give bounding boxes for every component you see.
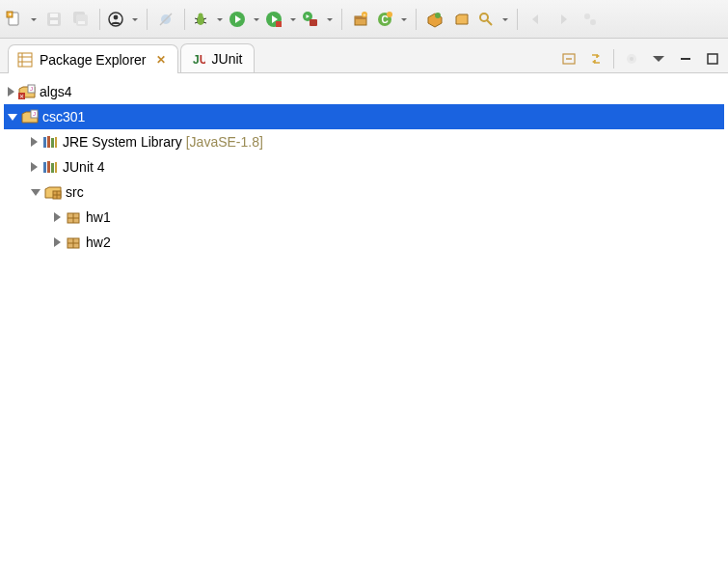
svg-point-34 — [435, 13, 441, 18]
svg-rect-23 — [276, 21, 282, 27]
expand-arrow-icon[interactable] — [54, 237, 61, 247]
package-explorer-tree: J✕ algs4 J csc301 JRE System Library [Ja… — [0, 73, 728, 261]
svg-point-35 — [480, 14, 488, 21]
open-task-button[interactable] — [450, 8, 473, 31]
junit-icon: JU — [189, 51, 206, 67]
user-button[interactable] — [107, 8, 140, 31]
tree-item-label: algs4 — [40, 84, 71, 99]
view-tabbar: Package Explorer ✕ JU JUnit — [0, 39, 728, 73]
svg-rect-68 — [55, 162, 57, 173]
collapse-all-button[interactable] — [559, 49, 579, 69]
svg-line-36 — [487, 20, 492, 25]
tree-item-hw1[interactable]: hw1 — [4, 205, 724, 230]
open-type-button[interactable] — [423, 8, 446, 31]
view-menu-button[interactable] — [649, 49, 668, 69]
svg-line-18 — [203, 22, 206, 23]
package-icon — [65, 209, 82, 225]
main-toolbar: ✦ + C — [0, 0, 728, 39]
focus-button[interactable] — [622, 49, 641, 69]
new-wizard-button[interactable]: ✦ — [6, 8, 39, 31]
link-editor-button[interactable] — [586, 49, 606, 69]
debug-button[interactable] — [192, 8, 225, 31]
package-icon — [65, 234, 82, 250]
toolbar-separator — [147, 9, 148, 30]
tree-item-label: hw1 — [86, 209, 111, 225]
svg-rect-5 — [50, 14, 58, 17]
toolbar-separator — [416, 9, 417, 30]
new-package-button[interactable]: + — [349, 8, 372, 31]
svg-rect-8 — [78, 21, 85, 24]
library-icon — [41, 159, 59, 175]
expand-arrow-icon[interactable] — [31, 162, 38, 172]
expand-arrow-icon[interactable] — [31, 137, 38, 147]
svg-rect-64 — [55, 137, 57, 148]
view-controls — [559, 49, 722, 72]
pin-button[interactable] — [579, 8, 602, 31]
java-project-icon: J — [21, 109, 39, 124]
search-button[interactable] — [477, 8, 510, 31]
svg-rect-67 — [51, 163, 54, 173]
maximize-button[interactable] — [703, 49, 722, 69]
java-project-error-icon: J✕ — [18, 84, 36, 99]
library-icon — [41, 134, 59, 150]
tab-junit[interactable]: JU JUnit — [180, 43, 256, 72]
skip-breakpoints-button[interactable] — [154, 8, 177, 31]
svg-point-10 — [114, 14, 119, 19]
svg-marker-52 — [653, 56, 664, 62]
svg-rect-65 — [43, 162, 46, 173]
toolbar-separator — [517, 9, 518, 30]
svg-line-17 — [195, 22, 198, 23]
nav-back-button[interactable] — [525, 8, 548, 31]
package-explorer-icon — [16, 52, 34, 68]
collapse-arrow-icon[interactable] — [8, 114, 17, 121]
tree-item-algs4[interactable]: J✕ algs4 — [4, 79, 724, 104]
svg-marker-37 — [532, 14, 538, 24]
expand-arrow-icon[interactable] — [8, 87, 14, 96]
expand-arrow-icon[interactable] — [54, 212, 61, 222]
tree-item-label: hw2 — [86, 234, 111, 250]
tree-item-csc301[interactable]: J csc301 — [4, 104, 724, 129]
toolbar-separator — [184, 9, 185, 30]
external-tools-button[interactable] — [302, 8, 335, 31]
close-icon[interactable]: ✕ — [156, 53, 166, 67]
nav-forward-button[interactable] — [552, 8, 575, 31]
svg-rect-4 — [50, 20, 58, 24]
tree-item-jre[interactable]: JRE System Library [JavaSE-1.8] — [4, 129, 724, 154]
save-all-button[interactable] — [69, 8, 93, 31]
run-button[interactable] — [229, 8, 261, 31]
svg-point-33 — [387, 12, 392, 17]
tab-package-explorer[interactable]: Package Explorer ✕ — [8, 44, 178, 73]
coverage-button[interactable] — [265, 8, 298, 31]
svg-point-14 — [199, 13, 203, 17]
tree-item-label: JRE System Library — [63, 134, 182, 150]
tree-item-src[interactable]: src — [4, 179, 724, 205]
tab-title: Package Explorer — [40, 52, 147, 68]
svg-rect-26 — [310, 19, 317, 26]
svg-text:✦: ✦ — [8, 12, 13, 17]
tree-item-annotation: [JavaSE-1.8] — [186, 134, 263, 150]
minimize-button[interactable] — [676, 49, 695, 69]
svg-text:JU: JU — [193, 53, 205, 67]
svg-text:J: J — [33, 111, 36, 117]
svg-text:J: J — [30, 86, 33, 92]
svg-rect-66 — [47, 161, 50, 173]
tree-item-hw2[interactable]: hw2 — [4, 230, 724, 255]
svg-rect-7 — [76, 14, 88, 26]
svg-rect-54 — [708, 54, 717, 64]
tree-item-label: csc301 — [42, 109, 85, 124]
svg-point-51 — [630, 57, 634, 61]
collapse-arrow-icon[interactable] — [31, 189, 40, 196]
svg-text:✕: ✕ — [19, 94, 24, 99]
toolbar-separator — [341, 9, 342, 30]
tab-title: JUnit — [212, 51, 243, 67]
svg-point-39 — [584, 14, 590, 19]
svg-marker-48 — [597, 54, 600, 58]
toolbar-separator — [99, 9, 100, 30]
svg-rect-63 — [51, 138, 54, 148]
new-class-button[interactable]: C — [376, 8, 409, 31]
svg-rect-41 — [18, 53, 32, 67]
control-separator — [613, 49, 614, 69]
tree-item-label: JUnit 4 — [63, 159, 105, 175]
save-button[interactable] — [42, 8, 66, 31]
tree-item-junit4[interactable]: JUnit 4 — [4, 154, 724, 179]
